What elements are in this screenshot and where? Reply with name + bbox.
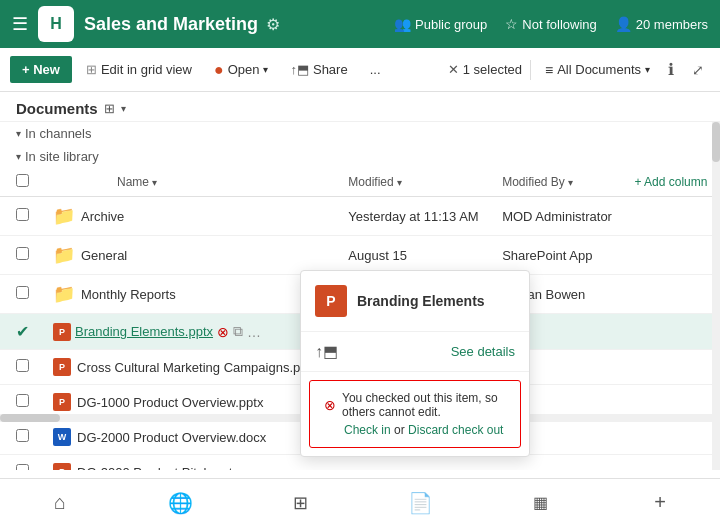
- modified-by: MOD Administrator: [494, 197, 626, 236]
- bottom-nav-grid2[interactable]: ▦: [480, 479, 600, 526]
- select-all-checkbox[interactable]: [16, 174, 29, 187]
- modified-sort-icon: ▾: [397, 177, 402, 188]
- grid-icon: ⊞: [293, 492, 308, 514]
- public-group-label: Public group: [415, 17, 487, 32]
- settings-icon[interactable]: ⚙: [266, 15, 280, 34]
- file-name[interactable]: DG-2000 Product Pitch.pptx: [77, 465, 239, 471]
- person-icon: 👤: [615, 16, 632, 32]
- warning-text: You checked out this item, so others can…: [342, 391, 506, 419]
- pptx-icon: P: [53, 323, 71, 341]
- row-checkbox[interactable]: [16, 429, 29, 442]
- file-name[interactable]: Cross Cultural Marketing Campaigns.pptx: [77, 360, 318, 375]
- members-item[interactable]: 👤 20 members: [615, 16, 708, 32]
- open-button[interactable]: ● Open ▾: [206, 55, 276, 85]
- open-chevron-icon: ▾: [263, 64, 268, 75]
- checkout-check-icon: ✔: [16, 323, 29, 340]
- popup-warning: ⊗ You checked out this item, so others c…: [309, 380, 521, 448]
- pptx-icon: P: [53, 358, 71, 376]
- modified-date: Yesterday at 11:13 AM: [340, 197, 494, 236]
- col-name-header[interactable]: Name ▾: [37, 168, 340, 197]
- scrollbar-h-thumb[interactable]: [0, 414, 60, 422]
- public-group-item[interactable]: 👥 Public group: [394, 16, 487, 32]
- add-column-header[interactable]: + Add column: [626, 168, 720, 197]
- file-name[interactable]: General: [81, 248, 127, 263]
- table-icon: ⊞: [86, 62, 97, 77]
- warning-icon: ⊗: [324, 397, 336, 413]
- hamburger-icon[interactable]: ☰: [12, 13, 28, 35]
- group-icon: 👥: [394, 16, 411, 32]
- file-name[interactable]: DG-1000 Product Overview.pptx: [77, 395, 263, 410]
- modified-by: SharePoint App: [494, 236, 626, 275]
- doc-icon: 📄: [408, 491, 433, 515]
- share-icon: ↑⬒: [290, 62, 309, 77]
- col-modified-header[interactable]: Modified ▾: [340, 168, 494, 197]
- file-name[interactable]: Branding Elements.pptx: [75, 324, 213, 339]
- row-checkbox[interactable]: [16, 208, 29, 221]
- site-title: Sales and Marketing: [84, 14, 258, 35]
- popup-title: Branding Elements: [357, 293, 485, 309]
- in-channels-label: In channels: [25, 126, 92, 141]
- separator: or: [394, 423, 408, 437]
- popup-actions: ↑⬒ See details: [301, 332, 529, 372]
- row-actions: ⊗ ⧉ …: [217, 323, 261, 340]
- see-details-link[interactable]: See details: [451, 344, 515, 359]
- edit-grid-button[interactable]: ⊞ Edit in grid view: [78, 56, 200, 83]
- main-area: ▾ In channels ▾ In site library Name ▾: [0, 122, 720, 470]
- bottom-nav: ⌂ 🌐 ⊞ 📄 ▦ +: [0, 478, 720, 526]
- folder-icon: 📁: [53, 244, 75, 266]
- modified-by-sort-icon: ▾: [568, 177, 573, 188]
- col-modified-by-header[interactable]: Modified By ▾: [494, 168, 626, 197]
- view-chevron-icon[interactable]: ▾: [121, 103, 126, 114]
- table-row[interactable]: 📁 Archive Yesterday at 11:13 AM MOD Admi…: [0, 197, 720, 236]
- open-icon: ●: [214, 61, 224, 79]
- discard-checkout-link[interactable]: Discard check out: [408, 423, 503, 437]
- site-library-chevron-icon: ▾: [16, 151, 21, 162]
- file-name[interactable]: Archive: [81, 209, 124, 224]
- all-docs-button[interactable]: ≡ All Documents ▾: [539, 58, 656, 82]
- name-sort-icon: ▾: [152, 177, 157, 188]
- docs-title: Documents: [16, 100, 98, 117]
- folder-icon: 📁: [53, 283, 75, 305]
- star-icon: ☆: [505, 16, 518, 32]
- cancel-checkout-icon[interactable]: ⊗: [217, 324, 229, 340]
- row-checkbox[interactable]: [16, 247, 29, 260]
- new-button[interactable]: + New: [10, 56, 72, 83]
- more-button[interactable]: ...: [362, 56, 389, 83]
- in-site-library-label: In site library: [25, 149, 99, 164]
- bottom-nav-globe[interactable]: 🌐: [120, 479, 240, 526]
- info-button[interactable]: ℹ: [662, 54, 680, 85]
- top-header: ☰ H Sales and Marketing ⚙ 👥 Public group…: [0, 0, 720, 48]
- share-popup-icon[interactable]: ↑⬒: [315, 342, 338, 361]
- bottom-nav-home[interactable]: ⌂: [0, 479, 120, 526]
- plus-icon: +: [654, 491, 666, 514]
- selected-badge: ✕ 1 selected: [448, 62, 522, 77]
- close-selected-icon[interactable]: ✕: [448, 62, 459, 77]
- header-meta: 👥 Public group ☆ Not following 👤 20 memb…: [394, 16, 708, 32]
- row-checkbox[interactable]: [16, 464, 29, 470]
- share-button[interactable]: ↑⬒ Share: [282, 56, 355, 83]
- row-checkbox[interactable]: [16, 286, 29, 299]
- command-bar: + New ⊞ Edit in grid view ● Open ▾ ↑⬒ Sh…: [0, 48, 720, 92]
- view-icon[interactable]: ⊞: [104, 101, 115, 116]
- checkin-link[interactable]: Check in: [344, 423, 391, 437]
- scrollbar-thumb[interactable]: [712, 122, 720, 162]
- bottom-nav-doc[interactable]: 📄: [360, 479, 480, 526]
- popup-panel: P Branding Elements ↑⬒ See details ⊗ You…: [300, 270, 530, 457]
- expand-button[interactable]: ⤢: [686, 56, 710, 84]
- copy-link-icon[interactable]: ⧉: [233, 323, 243, 340]
- docx-icon: W: [53, 428, 71, 446]
- pptx-icon: P: [53, 393, 71, 411]
- more-actions-icon[interactable]: …: [247, 324, 261, 340]
- channels-chevron-icon: ▾: [16, 128, 21, 139]
- row-checkbox[interactable]: [16, 359, 29, 372]
- popup-header: P Branding Elements: [301, 271, 529, 332]
- file-name[interactable]: DG-2000 Product Overview.docx: [77, 430, 266, 445]
- bottom-nav-plus[interactable]: +: [600, 479, 720, 526]
- bottom-nav-grid[interactable]: ⊞: [240, 479, 360, 526]
- table-row[interactable]: 📁 General August 15 SharePoint App: [0, 236, 720, 275]
- file-name[interactable]: Monthly Reports: [81, 287, 176, 302]
- row-checkbox[interactable]: [16, 394, 29, 407]
- in-channels-section[interactable]: ▾ In channels: [0, 122, 720, 145]
- following-item[interactable]: ☆ Not following: [505, 16, 596, 32]
- in-site-library-section[interactable]: ▾ In site library: [0, 145, 720, 168]
